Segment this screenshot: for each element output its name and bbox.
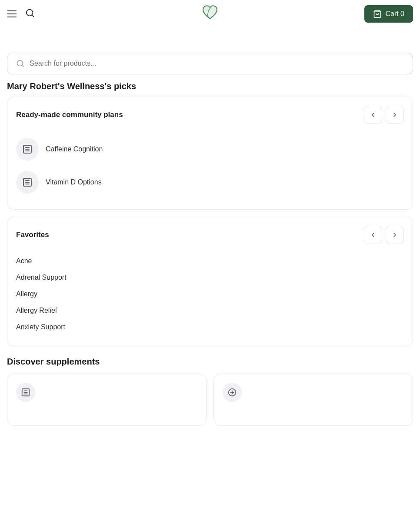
favorites-list: Acne Adrenal Support Allergy Allergy Rel…	[16, 253, 404, 335]
menu-icon[interactable]	[7, 10, 17, 17]
community-plans-next-button[interactable]	[386, 106, 404, 124]
plan-name-1: Vitamin D Options	[46, 178, 102, 186]
discover-card-1[interactable]	[213, 374, 413, 426]
community-plans-prev-button[interactable]	[364, 106, 382, 124]
plan-icon-0	[16, 138, 39, 161]
community-plans-card-header: Ready-made community plans	[16, 106, 404, 124]
favorite-item-3[interactable]: Allergy Relief	[16, 302, 404, 319]
plan-item-1[interactable]: Vitamin D Options	[16, 166, 404, 199]
svg-line-4	[22, 65, 23, 67]
discover-card-icon-0	[16, 383, 35, 402]
favorites-card: Favorites Acne Adrenal Support Allergy A…	[7, 217, 413, 346]
chevron-right-icon	[391, 111, 398, 118]
favorite-item-2[interactable]: Allergy	[16, 286, 404, 302]
header: Cart 0	[0, 0, 420, 28]
discover-grid	[7, 374, 413, 426]
search-icon-header[interactable]	[25, 8, 35, 20]
main-content: Mary Robert's Wellness's picks Ready-mad…	[0, 28, 420, 426]
discover-card-icon-1	[223, 383, 242, 402]
search-bar	[7, 53, 413, 74]
favorites-chevron-left-icon	[370, 231, 377, 238]
favorites-card-header: Favorites	[16, 226, 404, 244]
plan-icon-1	[16, 171, 39, 194]
community-plans-card: Ready-made community plans	[7, 97, 413, 210]
plan-name-0: Caffeine Cognition	[46, 145, 103, 153]
svg-line-1	[32, 15, 33, 17]
favorite-item-1[interactable]: Adrenal Support	[16, 269, 404, 286]
discover-card-0[interactable]	[7, 374, 207, 426]
discover-title: Discover supplements	[7, 357, 413, 367]
chevron-left-icon	[370, 111, 377, 118]
search-input[interactable]	[30, 60, 404, 67]
wellness-section-title: Mary Robert's Wellness's picks	[7, 81, 413, 91]
plan-item[interactable]: Caffeine Cognition	[16, 133, 404, 166]
header-left	[7, 8, 35, 20]
cart-label: Cart 0	[385, 10, 404, 18]
discover-list-icon-1	[227, 388, 237, 397]
search-bar-container	[7, 53, 413, 74]
community-plans-title: Ready-made community plans	[16, 110, 123, 119]
cart-button[interactable]: Cart 0	[364, 5, 413, 23]
favorites-chevron-right-icon	[391, 231, 398, 238]
favorite-item-0[interactable]: Acne	[16, 253, 404, 269]
search-bar-icon	[16, 59, 24, 68]
favorites-title: Favorites	[16, 231, 49, 239]
favorites-prev-button[interactable]	[364, 226, 382, 244]
discover-list-icon-0	[21, 388, 30, 397]
logo[interactable]	[200, 3, 220, 25]
favorite-item-4[interactable]: Anxiety Support	[16, 319, 404, 335]
community-plans-nav	[364, 106, 404, 124]
list-icon-2	[22, 177, 33, 187]
favorites-nav	[364, 226, 404, 244]
favorites-next-button[interactable]	[386, 226, 404, 244]
list-icon	[22, 144, 33, 154]
